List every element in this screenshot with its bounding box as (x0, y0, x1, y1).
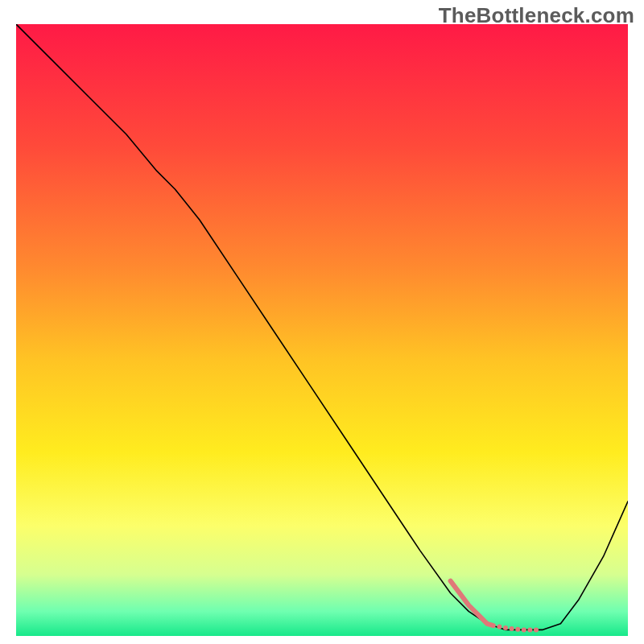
highlight-dot (534, 627, 539, 632)
highlight-dot (510, 626, 514, 631)
highlight-dot (503, 625, 508, 630)
chart-svg (16, 24, 628, 636)
chart-area (16, 24, 628, 636)
highlight-dot (522, 627, 526, 632)
highlight-dot (515, 627, 520, 632)
highlight-dot (527, 627, 532, 632)
watermark-text: TheBottleneck.com (439, 3, 634, 28)
highlight-dot (497, 625, 502, 630)
